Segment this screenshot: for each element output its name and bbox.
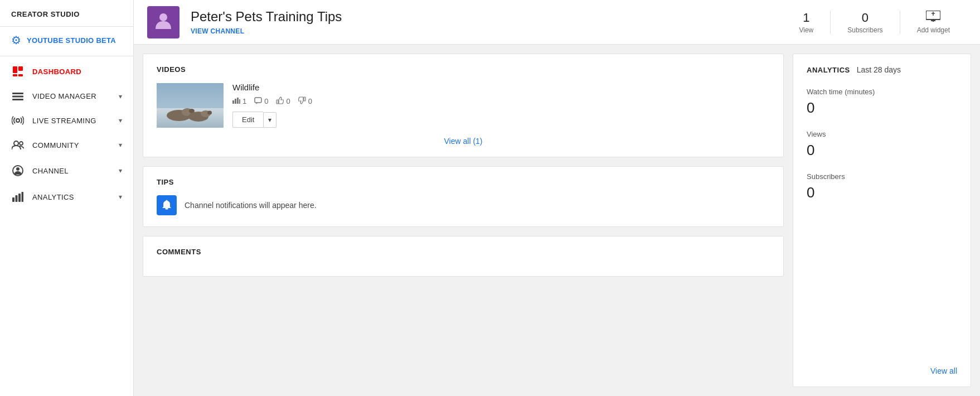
sidebar-item-analytics[interactable]: ANALYTICS ▾: [0, 184, 133, 210]
analytics-metric-views: Views 0: [807, 130, 957, 159]
view-channel-link[interactable]: VIEW CHANNEL: [191, 27, 244, 35]
video-thumb-inner: [157, 83, 224, 128]
video-comments-stat: 0: [254, 97, 268, 106]
view-stat-block: 1 View: [782, 11, 831, 34]
channel-info: Peter's Pets Training Tips VIEW CHANNEL: [191, 9, 771, 36]
svg-rect-27: [235, 99, 236, 104]
sidebar-title: CREATOR STUDIO: [0, 0, 133, 27]
svg-rect-29: [239, 99, 240, 104]
svg-rect-11: [22, 192, 24, 202]
left-column: VIDEOS: [143, 54, 784, 387]
tips-notification-icon: [157, 195, 177, 215]
video-actions: Edit ▾: [232, 112, 770, 128]
channel-icon: [11, 165, 25, 176]
video-manager-icon: [11, 93, 25, 100]
edit-dropdown-button[interactable]: ▾: [263, 112, 276, 128]
video-dislikes-count: 0: [308, 97, 312, 105]
video-dislikes-stat: 0: [298, 96, 312, 106]
video-stats: 1 0: [232, 96, 770, 106]
sidebar-item-live-streaming[interactable]: LIVE STREAMING ▾: [0, 108, 133, 133]
sidebar: CREATOR STUDIO ⚙ YOUTUBE STUDIO BETA DAS…: [0, 0, 134, 396]
comment-icon: [254, 97, 262, 106]
svg-rect-26: [232, 100, 234, 104]
svg-rect-28: [237, 98, 239, 104]
video-likes-count: 0: [286, 97, 290, 105]
right-column: ANALYTICS Last 28 days Watch time (minut…: [793, 54, 971, 387]
subscribers-metric-label: Subscribers: [807, 172, 957, 181]
main-layout: CREATOR STUDIO ⚙ YOUTUBE STUDIO BETA DAS…: [0, 0, 980, 396]
svg-rect-33: [166, 208, 168, 210]
live-streaming-icon: [11, 116, 25, 125]
view-all-videos-link[interactable]: View all (1): [157, 137, 770, 146]
sidebar-item-label: ANALYTICS: [32, 193, 74, 201]
views-label: Views: [807, 130, 957, 138]
svg-rect-8: [12, 197, 14, 202]
channel-avatar: [147, 6, 179, 38]
chevron-down-icon: ▾: [119, 117, 122, 124]
svg-point-5: [20, 142, 23, 145]
sidebar-item-community[interactable]: COMMUNITY ▾: [0, 133, 133, 157]
video-likes-stat: 0: [276, 96, 290, 106]
sidebar-item-label: DASHBOARD: [32, 67, 81, 76]
chevron-down-icon: ▾: [119, 193, 122, 201]
community-icon: [11, 141, 25, 149]
tips-message: Channel notifications will appear here.: [185, 201, 317, 210]
svg-rect-10: [18, 194, 21, 202]
sidebar-item-label: CHANNEL: [32, 167, 69, 175]
header-stats: 1 View 0 Subscribers Add widget: [782, 11, 967, 34]
subscribers-metric-value: 0: [807, 184, 957, 201]
add-widget-block[interactable]: Add widget: [900, 11, 967, 34]
videos-title: VIDEOS: [157, 65, 770, 74]
video-item: Wildlife 1: [157, 83, 770, 128]
video-views-count: 1: [242, 97, 246, 105]
view-label: View: [799, 26, 813, 34]
tips-title: TIPS: [157, 178, 770, 186]
bar-chart-icon: [232, 97, 240, 105]
watch-time-label: Watch time (minutes): [807, 88, 957, 96]
add-widget-icon: [926, 11, 940, 25]
sidebar-item-label: COMMUNITY: [32, 141, 79, 149]
svg-rect-0: [12, 93, 23, 94]
studio-beta-label: YOUTUBE STUDIO BETA: [27, 36, 116, 45]
gear-icon: ⚙: [11, 33, 21, 47]
sidebar-item-label: VIDEO MANAGER: [32, 92, 96, 100]
analytics-metric-subscribers: Subscribers 0: [807, 172, 957, 201]
watch-time-value: 0: [807, 99, 957, 117]
analytics-period: Last 28 days: [857, 65, 901, 74]
chevron-down-icon: ▾: [119, 141, 122, 149]
channel-name: Peter's Pets Training Tips: [191, 9, 771, 25]
svg-rect-32: [304, 97, 305, 101]
svg-rect-1: [12, 95, 23, 97]
videos-card: VIDEOS: [143, 54, 784, 157]
views-value: 0: [807, 142, 957, 159]
sidebar-item-channel[interactable]: CHANNEL ▾: [0, 157, 133, 184]
subscribers-label: Subscribers: [847, 26, 882, 34]
thumbs-down-icon: [298, 96, 306, 106]
sidebar-item-video-manager[interactable]: VIDEO MANAGER ▾: [0, 84, 133, 108]
header-bar: Peter's Pets Training Tips VIEW CHANNEL …: [134, 0, 980, 45]
analytics-metric-watchtime: Watch time (minutes) 0: [807, 88, 957, 117]
content-area: Peter's Pets Training Tips VIEW CHANNEL …: [134, 0, 980, 396]
analytics-view-all-link[interactable]: View all: [807, 366, 957, 375]
svg-point-3: [16, 119, 20, 122]
subscribers-count: 0: [862, 11, 869, 25]
edit-button[interactable]: Edit: [232, 112, 263, 128]
video-title: Wildlife: [232, 83, 770, 92]
sidebar-item-studio-beta[interactable]: ⚙ YOUTUBE STUDIO BETA: [0, 27, 133, 54]
video-info: Wildlife 1: [232, 83, 770, 128]
video-thumbnail: [157, 83, 224, 128]
tips-card: TIPS Channel notifications will appear h…: [143, 166, 784, 227]
subscribers-stat-block: 0 Subscribers: [831, 11, 900, 34]
analytics-icon: [11, 192, 25, 202]
analytics-card: ANALYTICS Last 28 days Watch time (minut…: [793, 54, 971, 387]
svg-rect-30: [255, 98, 261, 103]
tips-item: Channel notifications will appear here.: [157, 195, 770, 215]
sidebar-divider: [0, 56, 133, 56]
svg-rect-2: [12, 99, 23, 100]
sidebar-item-dashboard[interactable]: DASHBOARD: [0, 59, 133, 84]
chevron-down-icon: ▾: [119, 167, 122, 175]
add-widget-label: Add widget: [917, 26, 950, 34]
video-views-stat: 1: [232, 97, 246, 105]
view-count: 1: [803, 11, 809, 25]
svg-point-25: [207, 110, 212, 114]
